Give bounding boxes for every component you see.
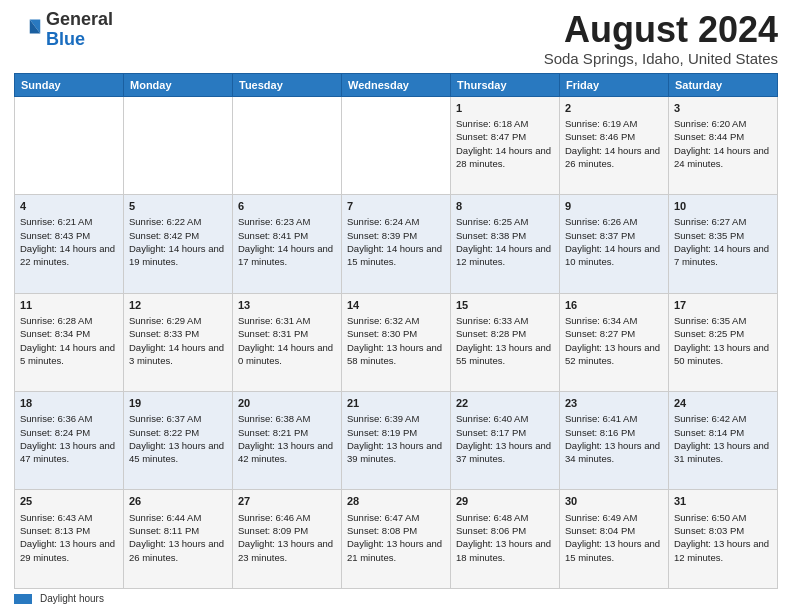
day-info: Sunset: 8:14 PM (674, 426, 772, 439)
day-info: Sunset: 8:43 PM (20, 229, 118, 242)
day-info: Sunset: 8:13 PM (20, 524, 118, 537)
day-number: 23 (565, 396, 663, 411)
col-saturday: Saturday (669, 73, 778, 96)
day-info: Sunset: 8:06 PM (456, 524, 554, 537)
day-info: Daylight: 14 hours and 26 minutes. (565, 144, 663, 171)
day-number: 10 (674, 199, 772, 214)
logo: General Blue (14, 10, 113, 50)
day-number: 15 (456, 298, 554, 313)
day-info: Sunrise: 6:22 AM (129, 215, 227, 228)
day-info: Daylight: 13 hours and 50 minutes. (674, 341, 772, 368)
day-info: Sunrise: 6:23 AM (238, 215, 336, 228)
day-info: Sunrise: 6:21 AM (20, 215, 118, 228)
calendar-cell: 6Sunrise: 6:23 AMSunset: 8:41 PMDaylight… (233, 195, 342, 293)
day-number: 20 (238, 396, 336, 411)
day-number: 4 (20, 199, 118, 214)
calendar-cell: 20Sunrise: 6:38 AMSunset: 8:21 PMDayligh… (233, 392, 342, 490)
day-info: Daylight: 13 hours and 26 minutes. (129, 537, 227, 564)
day-info: Sunset: 8:24 PM (20, 426, 118, 439)
col-monday: Monday (124, 73, 233, 96)
day-number: 21 (347, 396, 445, 411)
col-sunday: Sunday (15, 73, 124, 96)
day-number: 7 (347, 199, 445, 214)
day-info: Sunrise: 6:26 AM (565, 215, 663, 228)
calendar-cell: 10Sunrise: 6:27 AMSunset: 8:35 PMDayligh… (669, 195, 778, 293)
day-number: 30 (565, 494, 663, 509)
calendar-cell: 1Sunrise: 6:18 AMSunset: 8:47 PMDaylight… (451, 96, 560, 194)
day-number: 2 (565, 101, 663, 116)
day-info: Daylight: 14 hours and 28 minutes. (456, 144, 554, 171)
day-info: Sunrise: 6:28 AM (20, 314, 118, 327)
col-tuesday: Tuesday (233, 73, 342, 96)
day-info: Sunset: 8:08 PM (347, 524, 445, 537)
day-number: 24 (674, 396, 772, 411)
day-number: 25 (20, 494, 118, 509)
calendar-cell: 19Sunrise: 6:37 AMSunset: 8:22 PMDayligh… (124, 392, 233, 490)
day-info: Daylight: 13 hours and 31 minutes. (674, 439, 772, 466)
day-info: Sunrise: 6:39 AM (347, 412, 445, 425)
day-info: Sunrise: 6:42 AM (674, 412, 772, 425)
calendar-week-4: 18Sunrise: 6:36 AMSunset: 8:24 PMDayligh… (15, 392, 778, 490)
day-info: Daylight: 14 hours and 10 minutes. (565, 242, 663, 269)
day-info: Sunset: 8:37 PM (565, 229, 663, 242)
day-info: Sunset: 8:42 PM (129, 229, 227, 242)
day-info: Daylight: 14 hours and 3 minutes. (129, 341, 227, 368)
calendar-body: 1Sunrise: 6:18 AMSunset: 8:47 PMDaylight… (15, 96, 778, 588)
header: General Blue August 2024 Soda Springs, I… (14, 10, 778, 67)
day-info: Sunrise: 6:31 AM (238, 314, 336, 327)
day-info: Daylight: 14 hours and 15 minutes. (347, 242, 445, 269)
day-info: Sunset: 8:28 PM (456, 327, 554, 340)
col-friday: Friday (560, 73, 669, 96)
day-number: 13 (238, 298, 336, 313)
calendar-cell: 31Sunrise: 6:50 AMSunset: 8:03 PMDayligh… (669, 490, 778, 589)
day-number: 18 (20, 396, 118, 411)
day-info: Sunrise: 6:46 AM (238, 511, 336, 524)
calendar-subtitle: Soda Springs, Idaho, United States (544, 50, 778, 67)
day-number: 5 (129, 199, 227, 214)
day-info: Sunrise: 6:44 AM (129, 511, 227, 524)
day-info: Daylight: 13 hours and 15 minutes. (565, 537, 663, 564)
day-info: Sunrise: 6:19 AM (565, 117, 663, 130)
day-info: Sunset: 8:11 PM (129, 524, 227, 537)
day-info: Daylight: 13 hours and 12 minutes. (674, 537, 772, 564)
calendar-week-1: 1Sunrise: 6:18 AMSunset: 8:47 PMDaylight… (15, 96, 778, 194)
calendar-cell: 28Sunrise: 6:47 AMSunset: 8:08 PMDayligh… (342, 490, 451, 589)
col-wednesday: Wednesday (342, 73, 451, 96)
day-info: Sunrise: 6:35 AM (674, 314, 772, 327)
day-info: Sunrise: 6:50 AM (674, 511, 772, 524)
day-info: Sunrise: 6:24 AM (347, 215, 445, 228)
day-info: Sunrise: 6:47 AM (347, 511, 445, 524)
day-info: Sunset: 8:44 PM (674, 130, 772, 143)
calendar-cell: 18Sunrise: 6:36 AMSunset: 8:24 PMDayligh… (15, 392, 124, 490)
calendar-cell: 21Sunrise: 6:39 AMSunset: 8:19 PMDayligh… (342, 392, 451, 490)
day-info: Sunset: 8:30 PM (347, 327, 445, 340)
calendar-cell: 25Sunrise: 6:43 AMSunset: 8:13 PMDayligh… (15, 490, 124, 589)
day-number: 6 (238, 199, 336, 214)
day-info: Sunrise: 6:48 AM (456, 511, 554, 524)
day-info: Sunset: 8:17 PM (456, 426, 554, 439)
day-number: 12 (129, 298, 227, 313)
day-number: 17 (674, 298, 772, 313)
footer: Daylight hours (14, 593, 778, 604)
day-number: 1 (456, 101, 554, 116)
day-number: 8 (456, 199, 554, 214)
day-info: Daylight: 14 hours and 0 minutes. (238, 341, 336, 368)
day-info: Sunset: 8:09 PM (238, 524, 336, 537)
day-info: Sunset: 8:38 PM (456, 229, 554, 242)
day-info: Daylight: 13 hours and 45 minutes. (129, 439, 227, 466)
day-number: 31 (674, 494, 772, 509)
day-info: Sunset: 8:27 PM (565, 327, 663, 340)
day-info: Daylight: 13 hours and 18 minutes. (456, 537, 554, 564)
day-info: Sunrise: 6:34 AM (565, 314, 663, 327)
calendar-cell: 11Sunrise: 6:28 AMSunset: 8:34 PMDayligh… (15, 293, 124, 391)
calendar-cell: 7Sunrise: 6:24 AMSunset: 8:39 PMDaylight… (342, 195, 451, 293)
calendar-cell (124, 96, 233, 194)
calendar-cell: 23Sunrise: 6:41 AMSunset: 8:16 PMDayligh… (560, 392, 669, 490)
day-info: Sunset: 8:46 PM (565, 130, 663, 143)
day-info: Sunrise: 6:36 AM (20, 412, 118, 425)
calendar-cell: 12Sunrise: 6:29 AMSunset: 8:33 PMDayligh… (124, 293, 233, 391)
day-info: Sunset: 8:35 PM (674, 229, 772, 242)
calendar-cell: 5Sunrise: 6:22 AMSunset: 8:42 PMDaylight… (124, 195, 233, 293)
calendar-week-2: 4Sunrise: 6:21 AMSunset: 8:43 PMDaylight… (15, 195, 778, 293)
logo-blue: Blue (46, 29, 85, 49)
